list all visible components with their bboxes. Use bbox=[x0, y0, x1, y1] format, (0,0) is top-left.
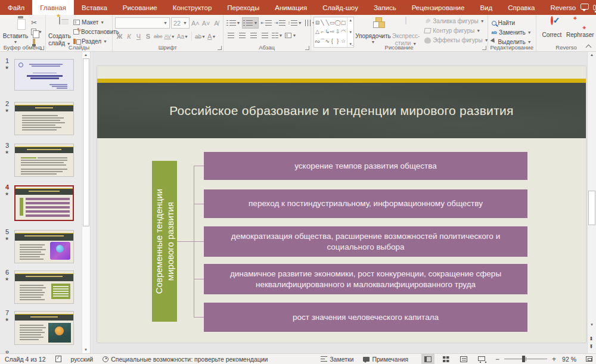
line-spacing-button[interactable]: ↕▼ bbox=[287, 17, 303, 29]
zoom-slider-handle[interactable] bbox=[522, 356, 525, 362]
shrink-font-button[interactable]: A˅ bbox=[201, 18, 211, 29]
collapse-ribbon-button[interactable] bbox=[586, 44, 591, 49]
slideshow-view-button[interactable] bbox=[475, 354, 488, 364]
slide-6-thumbnail[interactable] bbox=[14, 270, 74, 304]
shape-rectangle-icon[interactable]: ▭ bbox=[330, 20, 335, 26]
shape-corner-icon[interactable]: ◠ bbox=[341, 29, 346, 35]
tab-insert[interactable]: Вставка bbox=[74, 0, 115, 15]
shape-outline-button[interactable]: Контур фигуры▼ bbox=[423, 26, 489, 35]
shape-brace-right-icon[interactable]: } bbox=[337, 39, 339, 44]
trend-shape-4[interactable]: динамичное развитие экономики, рост конк… bbox=[204, 264, 527, 294]
shape-curve-icon[interactable]: ∿ bbox=[325, 39, 330, 44]
scroll-down-arrow-icon[interactable]: ▼ bbox=[84, 348, 88, 351]
drawing-dialog-launcher[interactable] bbox=[482, 46, 486, 50]
shape-scribble-icon[interactable]: ᔓ bbox=[315, 39, 320, 44]
shape-brace-left-icon[interactable]: { bbox=[331, 39, 333, 44]
find-button[interactable]: Найти bbox=[491, 18, 533, 27]
trend-shape-2[interactable]: переход к постиндустриальному, информаци… bbox=[204, 189, 527, 218]
grow-font-button[interactable]: A˄ bbox=[191, 18, 200, 29]
trend-shape-5[interactable]: рост значения человеческого капитала bbox=[204, 303, 527, 332]
comments-toggle[interactable]: Примечания bbox=[358, 354, 413, 364]
language-status[interactable]: русский bbox=[66, 354, 98, 364]
decrease-indent-button[interactable]: ⇤ bbox=[260, 17, 272, 29]
slide-4-thumbnail-selected[interactable] bbox=[14, 185, 74, 221]
new-slide-button[interactable]: Создать слайд ▼ bbox=[48, 17, 71, 46]
notes-toggle[interactable]: Заметки bbox=[316, 354, 358, 364]
comments-icon[interactable] bbox=[581, 4, 589, 10]
copy-button[interactable]: ▼ bbox=[30, 27, 44, 36]
slide-2-thumbnail[interactable] bbox=[14, 102, 74, 135]
shape-elbow-arrow-icon[interactable]: ↳ bbox=[325, 29, 330, 35]
shape-textbox-icon[interactable]: ⊟ bbox=[315, 20, 320, 26]
change-case-button[interactable]: Aa▼ bbox=[176, 31, 189, 42]
shape-oval-icon[interactable]: ◯ bbox=[335, 20, 341, 26]
shape-arrow-right-icon[interactable]: ⇨ bbox=[330, 29, 335, 35]
scrollbar-thumb[interactable] bbox=[588, 191, 595, 225]
tab-review[interactable]: Рецензирование bbox=[404, 0, 473, 15]
trend-shape-1[interactable]: ускорение темпов развития общества bbox=[204, 152, 527, 180]
justify-button[interactable] bbox=[260, 30, 270, 41]
shape-rounded-rect-icon[interactable]: ▢ bbox=[341, 20, 346, 26]
align-right-button[interactable] bbox=[249, 30, 259, 41]
next-slide-button[interactable]: ▼▼ bbox=[589, 345, 593, 349]
italic-button[interactable]: К bbox=[125, 31, 134, 42]
reading-view-button[interactable] bbox=[457, 354, 470, 364]
tab-file[interactable]: Файл bbox=[0, 0, 32, 15]
slide-title-band[interactable]: Российское образование и тенденции миров… bbox=[97, 83, 586, 138]
character-spacing-button[interactable]: AV▼ bbox=[164, 31, 176, 42]
shape-triangle-icon[interactable]: △ bbox=[315, 29, 319, 35]
fit-to-window-button[interactable] bbox=[581, 354, 596, 364]
tab-slideshow[interactable]: Слайд-шоу bbox=[315, 0, 366, 15]
quick-styles-button[interactable]: Экспресс- стили ▼ bbox=[392, 17, 420, 46]
font-name-combo[interactable]: ▼ bbox=[115, 17, 170, 29]
strikethrough-button[interactable]: abc bbox=[153, 31, 163, 42]
tab-help[interactable]: Справка bbox=[500, 0, 542, 15]
trend-shape-3[interactable]: демократизация общества, расширение возм… bbox=[204, 226, 527, 257]
bold-button[interactable]: Ж bbox=[115, 31, 124, 42]
shapes-gallery[interactable]: ⊟ ╲ ╲ ▭ ◯ ▢ △ ⌐ ↳ ⇨ ⇩ ◠ ᔓ ⌒ ∿ { } bbox=[313, 17, 355, 48]
slide-1-thumbnail[interactable] bbox=[14, 59, 74, 91]
text-shadow-button[interactable]: S bbox=[144, 31, 153, 42]
spell-check-status[interactable] bbox=[51, 354, 66, 364]
shapes-scroll-up-icon[interactable]: ▲ bbox=[349, 18, 352, 22]
clear-formatting-button[interactable]: A̸ bbox=[212, 18, 221, 29]
tab-animations[interactable]: Анимация bbox=[267, 0, 315, 15]
slide-5-thumbnail[interactable] bbox=[14, 230, 74, 263]
highlight-color-button[interactable]: ab▼ bbox=[194, 31, 206, 42]
align-left-button[interactable] bbox=[226, 30, 236, 41]
shape-arrow-line-icon[interactable]: ╲ bbox=[326, 20, 329, 26]
scroll-up-arrow-icon[interactable]: ▲ bbox=[590, 53, 594, 57]
arrange-button[interactable]: Упорядочить ▼ bbox=[355, 17, 391, 44]
bullets-button[interactable]: ▼ bbox=[226, 17, 241, 29]
tab-design[interactable]: Конструктор bbox=[165, 0, 220, 15]
accessibility-status[interactable]: Специальные возможности: проверьте реком… bbox=[98, 354, 272, 364]
smartart-convert-button[interactable]: ▼ bbox=[284, 30, 297, 41]
underline-button[interactable]: Ч bbox=[134, 31, 143, 42]
shapes-scroll-down-icon[interactable]: ▼ bbox=[349, 30, 352, 34]
zoom-in-button[interactable]: + bbox=[551, 355, 557, 363]
slide-7-thumbnail[interactable] bbox=[14, 311, 74, 345]
increase-indent-button[interactable]: ⇥ bbox=[274, 17, 286, 29]
numbering-button[interactable]: ▼ bbox=[242, 17, 259, 29]
tab-transitions[interactable]: Переходы bbox=[219, 0, 267, 15]
replace-button[interactable]: abЗаменить▼ bbox=[491, 28, 533, 37]
font-size-combo[interactable]: 22▼ bbox=[171, 17, 190, 29]
shape-line-icon[interactable]: ╲ bbox=[321, 20, 324, 26]
slide-sorter-view-button[interactable] bbox=[439, 354, 452, 364]
reverso-correct-button[interactable]: Correct bbox=[539, 17, 565, 39]
scroll-down-arrow-icon[interactable]: ▼ bbox=[590, 323, 594, 326]
zoom-level[interactable]: 92 % bbox=[557, 354, 581, 364]
thumbnail-panel-scrollbar[interactable]: ▲ ▼ bbox=[82, 52, 90, 353]
paragraph-dialog-launcher[interactable] bbox=[305, 46, 309, 50]
clipboard-dialog-launcher[interactable] bbox=[40, 46, 44, 50]
normal-view-button[interactable] bbox=[421, 354, 434, 364]
slide-3-thumbnail[interactable] bbox=[14, 144, 74, 177]
paste-button[interactable]: Вставить ▼ bbox=[2, 17, 29, 44]
shape-arc-icon[interactable]: ⌒ bbox=[320, 39, 325, 44]
shape-fill-button[interactable]: Заливка фигуры▼ bbox=[423, 17, 489, 26]
shapes-gallery-scrollbar[interactable]: ▲ ▼ ▼̲ bbox=[347, 17, 353, 47]
tab-reverso[interactable]: Reverso bbox=[542, 0, 583, 15]
tab-record[interactable]: Запись bbox=[366, 0, 404, 15]
shape-elbow-icon[interactable]: ⌐ bbox=[321, 29, 324, 35]
scroll-up-arrow-icon[interactable]: ▲ bbox=[84, 53, 88, 57]
